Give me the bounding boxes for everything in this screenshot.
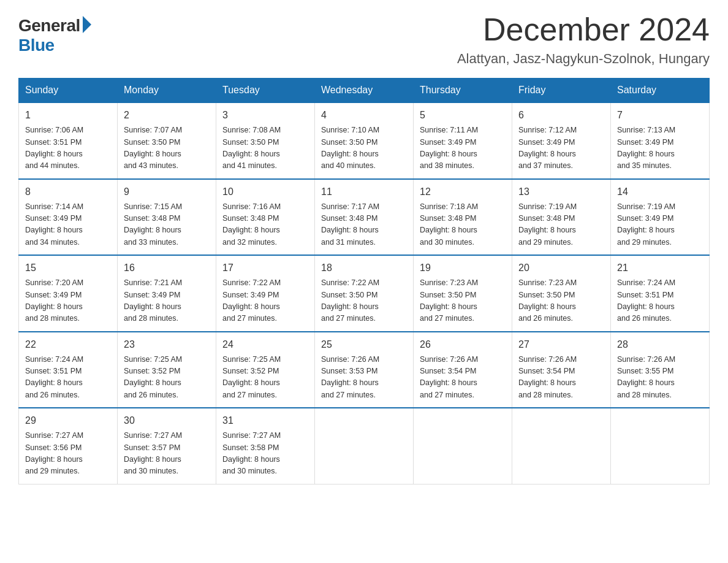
day-info-5: Sunrise: 7:11 AMSunset: 3:49 PMDaylight:…	[420, 124, 506, 172]
day-info-3: Sunrise: 7:08 AMSunset: 3:50 PMDaylight:…	[222, 124, 308, 172]
weekday-header-wednesday: Wednesday	[315, 79, 414, 103]
calendar-day-27: 27Sunrise: 7:26 AMSunset: 3:54 PMDayligh…	[512, 332, 611, 408]
calendar-table: SundayMondayTuesdayWednesdayThursdayFrid…	[18, 78, 710, 484]
weekday-header-monday: Monday	[118, 79, 216, 103]
day-number-28: 28	[617, 337, 703, 352]
day-number-21: 21	[617, 261, 703, 275]
empty-cell	[315, 408, 414, 484]
day-number-31: 31	[222, 413, 308, 428]
day-info-14: Sunrise: 7:19 AMSunset: 3:49 PMDaylight:…	[617, 201, 703, 249]
day-number-22: 22	[25, 337, 111, 352]
day-number-20: 20	[518, 261, 604, 275]
calendar-day-13: 13Sunrise: 7:19 AMSunset: 3:48 PMDayligh…	[512, 179, 611, 256]
day-number-24: 24	[222, 337, 308, 352]
calendar-day-6: 6Sunrise: 7:12 AMSunset: 3:49 PMDaylight…	[512, 102, 611, 179]
calendar-day-30: 30Sunrise: 7:27 AMSunset: 3:57 PMDayligh…	[118, 408, 216, 484]
day-info-20: Sunrise: 7:23 AMSunset: 3:50 PMDaylight:…	[518, 277, 604, 325]
calendar-day-19: 19Sunrise: 7:23 AMSunset: 3:50 PMDayligh…	[414, 255, 512, 332]
calendar-day-3: 3Sunrise: 7:08 AMSunset: 3:50 PMDaylight…	[216, 102, 315, 179]
calendar-day-1: 1Sunrise: 7:06 AMSunset: 3:51 PMDaylight…	[19, 102, 118, 179]
calendar-day-17: 17Sunrise: 7:22 AMSunset: 3:49 PMDayligh…	[216, 255, 315, 332]
weekday-header-tuesday: Tuesday	[216, 79, 315, 103]
day-info-1: Sunrise: 7:06 AMSunset: 3:51 PMDaylight:…	[25, 124, 111, 172]
calendar-title: December 2024	[457, 12, 710, 47]
week-row-4: 22Sunrise: 7:24 AMSunset: 3:51 PMDayligh…	[19, 332, 710, 408]
calendar-day-18: 18Sunrise: 7:22 AMSunset: 3:50 PMDayligh…	[315, 255, 414, 332]
day-number-7: 7	[617, 108, 703, 123]
calendar-day-20: 20Sunrise: 7:23 AMSunset: 3:50 PMDayligh…	[512, 255, 611, 332]
day-info-18: Sunrise: 7:22 AMSunset: 3:50 PMDaylight:…	[321, 277, 407, 325]
day-info-28: Sunrise: 7:26 AMSunset: 3:55 PMDaylight:…	[617, 354, 703, 402]
day-info-24: Sunrise: 7:25 AMSunset: 3:52 PMDaylight:…	[222, 354, 308, 402]
calendar-day-24: 24Sunrise: 7:25 AMSunset: 3:52 PMDayligh…	[216, 332, 315, 408]
calendar-day-26: 26Sunrise: 7:26 AMSunset: 3:54 PMDayligh…	[414, 332, 512, 408]
day-number-19: 19	[420, 261, 506, 275]
calendar-day-12: 12Sunrise: 7:18 AMSunset: 3:48 PMDayligh…	[414, 179, 512, 256]
day-number-10: 10	[222, 185, 308, 199]
day-number-30: 30	[124, 413, 210, 428]
weekday-header-row: SundayMondayTuesdayWednesdayThursdayFrid…	[19, 79, 710, 103]
day-number-3: 3	[222, 108, 308, 123]
page-header: General Blue December 2024 Alattyan, Jas…	[18, 12, 710, 67]
day-info-25: Sunrise: 7:26 AMSunset: 3:53 PMDaylight:…	[321, 354, 407, 402]
day-info-12: Sunrise: 7:18 AMSunset: 3:48 PMDaylight:…	[420, 201, 506, 249]
day-number-15: 15	[25, 261, 111, 275]
empty-cell	[414, 408, 512, 484]
day-number-27: 27	[518, 337, 604, 352]
day-info-7: Sunrise: 7:13 AMSunset: 3:49 PMDaylight:…	[617, 124, 703, 172]
day-number-4: 4	[321, 108, 407, 123]
calendar-day-11: 11Sunrise: 7:17 AMSunset: 3:48 PMDayligh…	[315, 179, 414, 256]
day-info-13: Sunrise: 7:19 AMSunset: 3:48 PMDaylight:…	[518, 201, 604, 249]
day-number-1: 1	[25, 108, 111, 123]
weekday-header-thursday: Thursday	[414, 79, 512, 103]
day-info-15: Sunrise: 7:20 AMSunset: 3:49 PMDaylight:…	[25, 277, 111, 325]
title-section: December 2024 Alattyan, Jasz-Nagykun-Szo…	[457, 12, 710, 67]
week-row-5: 29Sunrise: 7:27 AMSunset: 3:56 PMDayligh…	[19, 408, 710, 484]
day-number-2: 2	[124, 108, 210, 123]
calendar-day-5: 5Sunrise: 7:11 AMSunset: 3:49 PMDaylight…	[414, 102, 512, 179]
day-number-11: 11	[321, 185, 407, 199]
day-info-16: Sunrise: 7:21 AMSunset: 3:49 PMDaylight:…	[124, 277, 210, 325]
week-row-1: 1Sunrise: 7:06 AMSunset: 3:51 PMDaylight…	[19, 102, 710, 179]
week-row-3: 15Sunrise: 7:20 AMSunset: 3:49 PMDayligh…	[19, 255, 710, 332]
day-number-29: 29	[25, 413, 111, 428]
weekday-header-sunday: Sunday	[19, 79, 118, 103]
day-info-29: Sunrise: 7:27 AMSunset: 3:56 PMDaylight:…	[25, 430, 111, 478]
day-info-23: Sunrise: 7:25 AMSunset: 3:52 PMDaylight:…	[124, 354, 210, 402]
day-number-13: 13	[518, 185, 604, 199]
day-info-8: Sunrise: 7:14 AMSunset: 3:49 PMDaylight:…	[25, 201, 111, 249]
calendar-day-15: 15Sunrise: 7:20 AMSunset: 3:49 PMDayligh…	[19, 255, 118, 332]
day-number-18: 18	[321, 261, 407, 275]
calendar-day-22: 22Sunrise: 7:24 AMSunset: 3:51 PMDayligh…	[19, 332, 118, 408]
day-number-12: 12	[420, 185, 506, 199]
day-number-17: 17	[222, 261, 308, 275]
calendar-day-21: 21Sunrise: 7:24 AMSunset: 3:51 PMDayligh…	[611, 255, 710, 332]
day-info-17: Sunrise: 7:22 AMSunset: 3:49 PMDaylight:…	[222, 277, 308, 325]
weekday-header-friday: Friday	[512, 79, 611, 103]
day-info-10: Sunrise: 7:16 AMSunset: 3:48 PMDaylight:…	[222, 201, 308, 249]
day-number-16: 16	[124, 261, 210, 275]
calendar-day-9: 9Sunrise: 7:15 AMSunset: 3:48 PMDaylight…	[118, 179, 216, 256]
day-info-21: Sunrise: 7:24 AMSunset: 3:51 PMDaylight:…	[617, 277, 703, 325]
day-number-14: 14	[617, 185, 703, 199]
day-info-31: Sunrise: 7:27 AMSunset: 3:58 PMDaylight:…	[222, 430, 308, 478]
calendar-day-2: 2Sunrise: 7:07 AMSunset: 3:50 PMDaylight…	[118, 102, 216, 179]
empty-cell	[611, 408, 710, 484]
day-info-30: Sunrise: 7:27 AMSunset: 3:57 PMDaylight:…	[124, 430, 210, 478]
calendar-day-25: 25Sunrise: 7:26 AMSunset: 3:53 PMDayligh…	[315, 332, 414, 408]
calendar-day-16: 16Sunrise: 7:21 AMSunset: 3:49 PMDayligh…	[118, 255, 216, 332]
calendar-day-28: 28Sunrise: 7:26 AMSunset: 3:55 PMDayligh…	[611, 332, 710, 408]
calendar-day-10: 10Sunrise: 7:16 AMSunset: 3:48 PMDayligh…	[216, 179, 315, 256]
day-info-6: Sunrise: 7:12 AMSunset: 3:49 PMDaylight:…	[518, 124, 604, 172]
day-info-27: Sunrise: 7:26 AMSunset: 3:54 PMDaylight:…	[518, 354, 604, 402]
logo: General Blue	[18, 16, 91, 55]
logo-general-text: General	[18, 16, 80, 36]
day-info-26: Sunrise: 7:26 AMSunset: 3:54 PMDaylight:…	[420, 354, 506, 402]
calendar-day-29: 29Sunrise: 7:27 AMSunset: 3:56 PMDayligh…	[19, 408, 118, 484]
logo-blue-text: Blue	[18, 36, 55, 55]
calendar-day-8: 8Sunrise: 7:14 AMSunset: 3:49 PMDaylight…	[19, 179, 118, 256]
calendar-day-23: 23Sunrise: 7:25 AMSunset: 3:52 PMDayligh…	[118, 332, 216, 408]
weekday-header-saturday: Saturday	[611, 79, 710, 103]
day-info-2: Sunrise: 7:07 AMSunset: 3:50 PMDaylight:…	[124, 124, 210, 172]
day-number-6: 6	[518, 108, 604, 123]
